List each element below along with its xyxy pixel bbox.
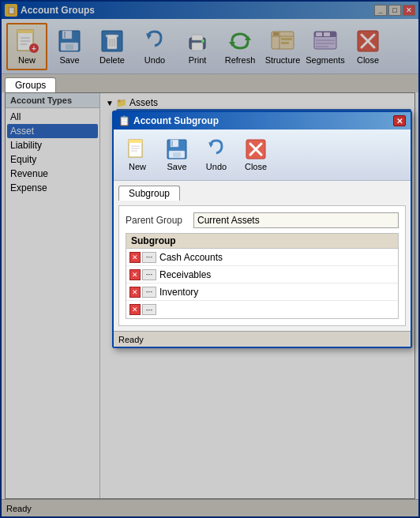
dialog-close-label: Close — [245, 162, 267, 171]
dialog-new-label: New — [129, 162, 146, 171]
cash-accounts-text: Cash Accounts — [159, 252, 223, 263]
parent-group-label: Parent Group — [126, 215, 189, 226]
dialog-undo-label: Undo — [206, 162, 227, 171]
dialog-title-icon: 📋 — [118, 115, 130, 126]
subgroup-row-receivables: ✕ ··· Receivables — [126, 266, 398, 283]
dialog-close-icon — [245, 138, 267, 160]
dialog-title-bar: 📋 Account Subgroup ✕ — [114, 112, 411, 130]
lookup-inventory-button[interactable]: ··· — [142, 287, 156, 298]
dialog-new-icon — [126, 138, 148, 160]
dialog-save-label: Save — [167, 162, 186, 171]
parent-group-input[interactable] — [193, 212, 399, 228]
subgroup-table: Subgroup ✕ ··· Cash Accounts ✕ ··· Recei… — [126, 233, 399, 319]
subgroup-row-cash: ✕ ··· Cash Accounts — [126, 249, 398, 266]
dialog-undo-icon — [205, 138, 227, 160]
delete-inventory-button[interactable]: ✕ — [129, 287, 141, 298]
dialog-content: Subgroup Parent Group Subgroup ✕ — [114, 181, 411, 331]
dialog-close-button[interactable]: Close — [237, 133, 275, 177]
svg-rect-50 — [173, 152, 181, 157]
dialog-status-bar: Ready — [114, 331, 411, 347]
parent-group-row: Parent Group — [126, 212, 399, 228]
inventory-text: Inventory — [159, 287, 198, 298]
dialog-undo-button[interactable]: Undo — [197, 133, 235, 177]
dialog-title-text: Account Subgroup — [133, 115, 219, 126]
dialog-save-icon — [166, 138, 188, 160]
lookup-empty-button[interactable]: ··· — [142, 304, 156, 315]
dialog-new-button[interactable]: New — [118, 133, 156, 177]
lookup-receivables-button[interactable]: ··· — [142, 269, 156, 280]
subgroup-dialog: 📋 Account Subgroup ✕ — [112, 111, 412, 348]
subgroup-table-header: Subgroup — [126, 234, 398, 249]
dialog-tabs: Subgroup — [118, 186, 406, 201]
receivables-text: Receivables — [159, 269, 211, 280]
lookup-cash-button[interactable]: ··· — [142, 252, 156, 263]
svg-rect-42 — [129, 140, 142, 143]
delete-receivables-button[interactable]: ✕ — [129, 269, 141, 280]
dialog-tab-subgroup[interactable]: Subgroup — [118, 186, 180, 201]
tab-groups[interactable]: Groups — [5, 77, 56, 92]
delete-cash-button[interactable]: ✕ — [129, 252, 141, 263]
dialog-tab-content: Parent Group Subgroup ✕ ··· Cash Account… — [118, 205, 406, 326]
dialog-save-button[interactable]: Save — [158, 133, 196, 177]
modal-overlay: 📋 Account Subgroup ✕ — [0, 0, 420, 518]
subgroup-row-inventory: ✕ ··· Inventory — [126, 283, 398, 301]
dialog-status-text: Ready — [118, 335, 144, 344]
dialog-close-x-button[interactable]: ✕ — [393, 115, 406, 126]
subgroup-row-empty: ✕ ··· — [126, 301, 398, 318]
svg-rect-48 — [171, 141, 173, 146]
dialog-toolbar: New Save — [114, 130, 411, 181]
delete-empty-button[interactable]: ✕ — [129, 304, 141, 315]
